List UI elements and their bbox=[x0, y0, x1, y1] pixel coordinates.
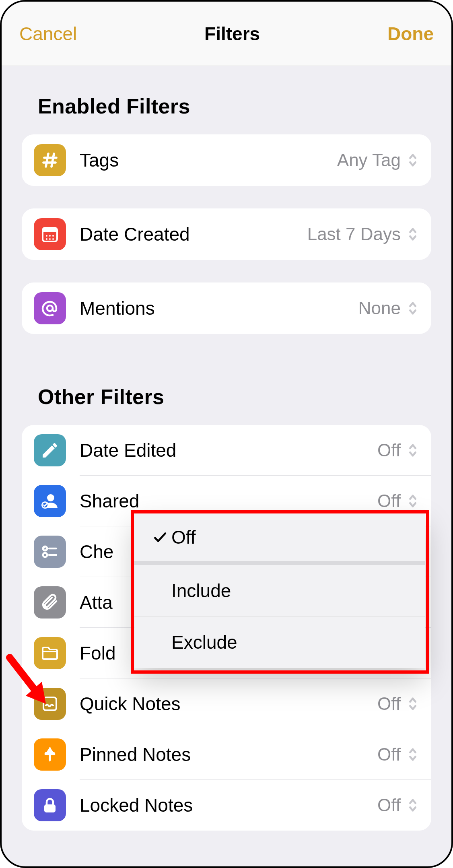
filter-value: Off bbox=[377, 694, 401, 714]
svg-point-7 bbox=[49, 235, 51, 237]
svg-point-8 bbox=[52, 235, 54, 237]
page-title: Filters bbox=[204, 23, 260, 45]
popup-option-off[interactable]: Off bbox=[134, 513, 425, 565]
svg-rect-21 bbox=[44, 804, 56, 812]
filter-label: Quick Notes bbox=[80, 693, 377, 715]
chevron-updown-icon bbox=[406, 226, 419, 242]
quicknote-icon bbox=[34, 688, 66, 720]
navbar: Cancel Filters Done bbox=[2, 2, 451, 66]
svg-point-6 bbox=[46, 235, 47, 237]
paperclip-icon bbox=[34, 586, 66, 619]
filter-label: Date Created bbox=[80, 223, 307, 245]
filter-label: Tags bbox=[80, 149, 337, 171]
filter-card-mentions[interactable]: Mentions None bbox=[22, 282, 431, 334]
chevron-updown-icon bbox=[406, 746, 419, 763]
filter-row-locked-notes[interactable]: Locked Notes Off bbox=[22, 780, 431, 831]
filter-popup-menu: Off Include Exclude bbox=[134, 513, 425, 668]
chevron-updown-icon bbox=[406, 797, 419, 813]
popup-option-label: Off bbox=[171, 526, 196, 548]
filter-value: Off bbox=[377, 795, 401, 815]
section-title-enabled: Enabled Filters bbox=[22, 66, 431, 134]
lock-icon bbox=[34, 789, 66, 821]
filter-card-tags[interactable]: Tags Any Tag bbox=[22, 134, 431, 186]
cancel-button[interactable]: Cancel bbox=[19, 23, 77, 45]
svg-line-3 bbox=[51, 154, 54, 167]
filter-row-date-edited[interactable]: Date Edited Off bbox=[22, 425, 431, 476]
popup-option-exclude[interactable]: Exclude bbox=[134, 616, 425, 668]
filter-label: Pinned Notes bbox=[80, 744, 377, 765]
filter-value: None bbox=[358, 298, 401, 318]
section-title-other: Other Filters bbox=[22, 357, 431, 425]
chevron-updown-icon bbox=[406, 493, 419, 509]
chevron-updown-icon bbox=[406, 696, 419, 712]
calendar-icon bbox=[34, 218, 66, 250]
filter-row-pinned-notes[interactable]: Pinned Notes Off bbox=[22, 729, 431, 780]
popup-option-include[interactable]: Include bbox=[134, 565, 425, 616]
svg-rect-20 bbox=[43, 697, 56, 710]
filter-label: Date Edited bbox=[80, 439, 377, 461]
done-button[interactable]: Done bbox=[387, 23, 434, 45]
chevron-updown-icon bbox=[406, 300, 419, 316]
svg-point-10 bbox=[49, 238, 51, 240]
svg-line-2 bbox=[46, 154, 48, 167]
filter-card-date-created[interactable]: Date Created Last 7 Days bbox=[22, 208, 431, 260]
svg-point-11 bbox=[52, 238, 54, 240]
svg-point-13 bbox=[47, 494, 54, 501]
chevron-updown-icon bbox=[406, 442, 419, 458]
shared-icon bbox=[34, 485, 66, 517]
hash-icon bbox=[34, 144, 66, 176]
svg-rect-5 bbox=[43, 228, 57, 232]
filter-value: Last 7 Days bbox=[307, 224, 401, 244]
popup-option-label: Exclude bbox=[171, 631, 237, 653]
content-area: Enabled Filters Tags Any Tag Date Create… bbox=[2, 66, 451, 831]
filter-value: Any Tag bbox=[337, 150, 401, 170]
pencil-icon bbox=[34, 434, 66, 466]
filter-value: Off bbox=[377, 440, 401, 460]
folder-icon bbox=[34, 637, 66, 669]
at-icon bbox=[34, 292, 66, 324]
checklist-icon bbox=[34, 536, 66, 568]
svg-point-17 bbox=[43, 553, 47, 557]
popup-option-label: Include bbox=[171, 580, 231, 602]
checkmark-icon bbox=[149, 530, 171, 545]
filter-label: Locked Notes bbox=[80, 794, 377, 816]
filter-label: Mentions bbox=[80, 297, 358, 319]
svg-point-9 bbox=[46, 238, 47, 240]
chevron-updown-icon bbox=[406, 152, 419, 168]
filter-value: Off bbox=[377, 744, 401, 765]
filter-value: Off bbox=[377, 491, 401, 511]
device-frame: Cancel Filters Done Enabled Filters Tags… bbox=[0, 0, 453, 868]
filter-row-quick-notes[interactable]: Quick Notes Off bbox=[22, 678, 431, 729]
pin-icon bbox=[34, 738, 66, 771]
filter-label: Shared bbox=[80, 490, 377, 512]
